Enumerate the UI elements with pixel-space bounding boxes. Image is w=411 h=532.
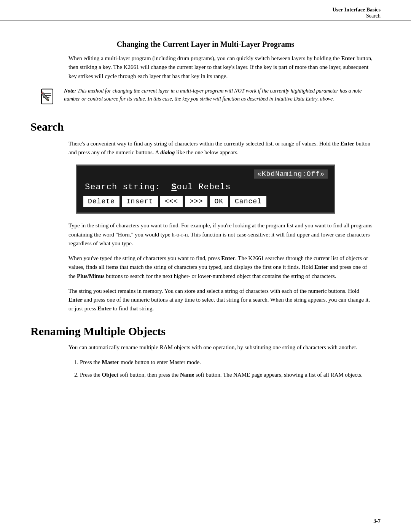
note-icon xyxy=(38,88,57,110)
lcd-top-row: «KbdNaming:Off» xyxy=(83,169,328,179)
footer-page-number: 3-7 xyxy=(373,518,381,524)
renaming-step-2: Press the Object soft button, then press… xyxy=(80,371,373,379)
lcd-btn-cancel[interactable]: Cancel xyxy=(230,196,266,207)
svg-rect-0 xyxy=(41,89,53,104)
page-footer: 3-7 xyxy=(0,515,411,524)
header-right: User Interface Basics Search xyxy=(333,7,381,19)
header-chapter: User Interface Basics xyxy=(333,7,381,13)
lcd-search-rest: oul Rebels xyxy=(177,182,231,192)
lcd-btn-prev[interactable]: <<< xyxy=(160,196,183,207)
page-header: User Interface Basics Search xyxy=(0,0,411,21)
search-section-heading: Search xyxy=(30,120,381,133)
search-para1: Type in the string of characters you wan… xyxy=(68,221,373,248)
search-intro: There's a convenient way to find any str… xyxy=(68,139,373,157)
lcd-search-label: Search string: xyxy=(85,182,171,192)
lcd-search-row: Search string: Soul Rebels xyxy=(83,180,328,194)
search-para2: When you've typed the string of characte… xyxy=(68,254,373,281)
header-section: Search xyxy=(333,13,381,19)
lcd-btn-next[interactable]: >>> xyxy=(185,196,207,207)
lcd-buttons-row: Delete Insert <<< >>> OK Cancel xyxy=(83,196,328,207)
lcd-btn-insert[interactable]: Insert xyxy=(122,196,158,207)
renaming-step-1: Press the Master mode button to enter Ma… xyxy=(80,358,373,367)
lcd-search-cursor: S xyxy=(171,182,177,192)
layer-section-heading: Changing the Current Layer in Multi-Laye… xyxy=(30,40,381,49)
lcd-btn-ok[interactable]: OK xyxy=(210,196,228,207)
renaming-steps-list: Press the Master mode button to enter Ma… xyxy=(80,358,373,380)
lcd-btn-delete[interactable]: Delete xyxy=(83,196,119,207)
renaming-section-heading: Renaming Multiple Objects xyxy=(30,325,381,338)
page-container: Changing the Current Layer in Multi-Laye… xyxy=(0,21,411,406)
layer-section-paragraph: When editing a multi-layer program (incl… xyxy=(68,54,373,81)
lcd-top-text: «KbdNaming:Off» xyxy=(254,169,328,179)
note-container: Note: This method for changing the curre… xyxy=(38,87,373,110)
renaming-intro: You can automatically rename multiple RA… xyxy=(68,343,373,352)
search-para3: The string you select remains in memory.… xyxy=(68,287,373,313)
lcd-display: «KbdNaming:Off» Search string: Soul Rebe… xyxy=(76,165,335,214)
note-text: Note: This method for changing the curre… xyxy=(64,87,373,103)
